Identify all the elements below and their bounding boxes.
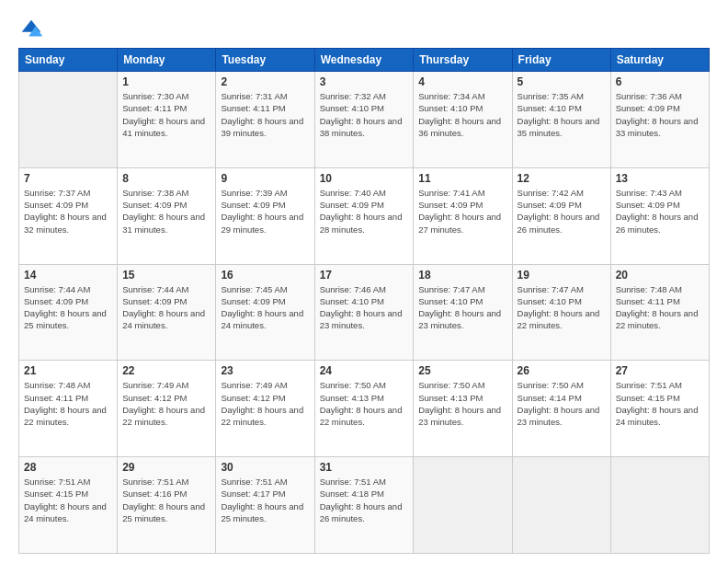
weekday-header-tuesday: Tuesday — [216, 49, 314, 72]
day-number: 27 — [616, 364, 704, 377]
day-number: 12 — [518, 172, 606, 185]
day-cell — [414, 457, 512, 554]
day-info: Sunrise: 7:51 AMSunset: 4:17 PMDaylight:… — [221, 476, 309, 524]
day-number: 29 — [122, 461, 210, 474]
day-info: Sunrise: 7:51 AMSunset: 4:15 PMDaylight:… — [616, 379, 704, 428]
weekday-header-thursday: Thursday — [414, 49, 512, 72]
day-cell: 16Sunrise: 7:45 AMSunset: 4:09 PMDayligh… — [216, 264, 314, 361]
day-cell: 8Sunrise: 7:38 AMSunset: 4:09 PMDaylight… — [118, 167, 216, 264]
logo-icon — [18, 17, 44, 42]
calendar: SundayMondayTuesdayWednesdayThursdayFrid… — [18, 48, 710, 554]
day-info: Sunrise: 7:42 AMSunset: 4:09 PMDaylight:… — [518, 187, 606, 236]
day-cell: 23Sunrise: 7:49 AMSunset: 4:12 PMDayligh… — [216, 361, 314, 457]
day-info: Sunrise: 7:47 AMSunset: 4:10 PMDaylight:… — [518, 283, 606, 332]
weekday-header-wednesday: Wednesday — [314, 49, 414, 72]
day-number: 11 — [418, 172, 506, 185]
week-row-5: 28Sunrise: 7:51 AMSunset: 4:15 PMDayligh… — [19, 457, 710, 554]
day-number: 28 — [24, 461, 112, 474]
day-cell — [19, 72, 118, 168]
day-info: Sunrise: 7:38 AMSunset: 4:09 PMDaylight:… — [122, 187, 210, 236]
day-number: 8 — [122, 172, 210, 185]
logo — [18, 17, 48, 42]
day-number: 24 — [320, 364, 409, 377]
day-info: Sunrise: 7:41 AMSunset: 4:09 PMDaylight:… — [418, 187, 506, 236]
day-cell: 18Sunrise: 7:47 AMSunset: 4:10 PMDayligh… — [414, 264, 512, 361]
day-info: Sunrise: 7:39 AMSunset: 4:09 PMDaylight:… — [221, 187, 309, 236]
day-info: Sunrise: 7:36 AMSunset: 4:09 PMDaylight:… — [616, 90, 704, 139]
weekday-header-row: SundayMondayTuesdayWednesdayThursdayFrid… — [19, 49, 710, 72]
day-cell: 19Sunrise: 7:47 AMSunset: 4:10 PMDayligh… — [512, 264, 610, 361]
day-info: Sunrise: 7:34 AMSunset: 4:10 PMDaylight:… — [418, 90, 506, 139]
day-info: Sunrise: 7:48 AMSunset: 4:11 PMDaylight:… — [616, 283, 704, 332]
week-row-3: 14Sunrise: 7:44 AMSunset: 4:09 PMDayligh… — [19, 264, 710, 361]
day-cell: 4Sunrise: 7:34 AMSunset: 4:10 PMDaylight… — [414, 72, 512, 168]
day-number: 31 — [320, 461, 409, 474]
day-cell: 15Sunrise: 7:44 AMSunset: 4:09 PMDayligh… — [118, 264, 216, 361]
day-number: 22 — [122, 364, 210, 377]
day-info: Sunrise: 7:49 AMSunset: 4:12 PMDaylight:… — [221, 379, 309, 428]
day-info: Sunrise: 7:51 AMSunset: 4:18 PMDaylight:… — [320, 476, 409, 524]
week-row-4: 21Sunrise: 7:48 AMSunset: 4:11 PMDayligh… — [19, 361, 710, 457]
day-cell: 21Sunrise: 7:48 AMSunset: 4:11 PMDayligh… — [19, 361, 118, 457]
day-info: Sunrise: 7:44 AMSunset: 4:09 PMDaylight:… — [122, 283, 210, 332]
day-cell: 31Sunrise: 7:51 AMSunset: 4:18 PMDayligh… — [314, 457, 414, 554]
day-number: 21 — [24, 364, 112, 377]
day-info: Sunrise: 7:50 AMSunset: 4:13 PMDaylight:… — [418, 379, 506, 428]
day-cell: 28Sunrise: 7:51 AMSunset: 4:15 PMDayligh… — [19, 457, 118, 554]
day-cell: 24Sunrise: 7:50 AMSunset: 4:13 PMDayligh… — [314, 361, 414, 457]
day-number: 14 — [24, 269, 112, 282]
weekday-header-friday: Friday — [512, 49, 610, 72]
day-info: Sunrise: 7:35 AMSunset: 4:10 PMDaylight:… — [518, 90, 606, 139]
day-cell: 26Sunrise: 7:50 AMSunset: 4:14 PMDayligh… — [512, 361, 610, 457]
day-cell: 20Sunrise: 7:48 AMSunset: 4:11 PMDayligh… — [610, 264, 709, 361]
day-number: 13 — [616, 172, 704, 185]
day-number: 23 — [221, 364, 309, 377]
day-cell: 3Sunrise: 7:32 AMSunset: 4:10 PMDaylight… — [314, 72, 414, 168]
day-number: 25 — [418, 364, 506, 377]
day-cell: 7Sunrise: 7:37 AMSunset: 4:09 PMDaylight… — [19, 167, 118, 264]
day-info: Sunrise: 7:46 AMSunset: 4:10 PMDaylight:… — [320, 283, 409, 332]
day-info: Sunrise: 7:30 AMSunset: 4:11 PMDaylight:… — [122, 90, 210, 139]
day-cell: 27Sunrise: 7:51 AMSunset: 4:15 PMDayligh… — [610, 361, 709, 457]
day-info: Sunrise: 7:43 AMSunset: 4:09 PMDaylight:… — [616, 187, 704, 236]
day-cell: 2Sunrise: 7:31 AMSunset: 4:11 PMDaylight… — [216, 72, 314, 168]
day-number: 10 — [320, 172, 409, 185]
day-cell: 1Sunrise: 7:30 AMSunset: 4:11 PMDaylight… — [118, 72, 216, 168]
day-number: 18 — [418, 269, 506, 282]
day-cell: 5Sunrise: 7:35 AMSunset: 4:10 PMDaylight… — [512, 72, 610, 168]
day-cell: 30Sunrise: 7:51 AMSunset: 4:17 PMDayligh… — [216, 457, 314, 554]
day-cell: 6Sunrise: 7:36 AMSunset: 4:09 PMDaylight… — [610, 72, 709, 168]
day-info: Sunrise: 7:47 AMSunset: 4:10 PMDaylight:… — [418, 283, 506, 332]
weekday-header-sunday: Sunday — [19, 49, 118, 72]
day-info: Sunrise: 7:40 AMSunset: 4:09 PMDaylight:… — [320, 187, 409, 236]
day-number: 9 — [221, 172, 309, 185]
day-number: 20 — [616, 269, 704, 282]
day-cell: 25Sunrise: 7:50 AMSunset: 4:13 PMDayligh… — [414, 361, 512, 457]
day-number: 30 — [221, 461, 309, 474]
day-info: Sunrise: 7:51 AMSunset: 4:16 PMDaylight:… — [122, 476, 210, 524]
day-cell: 29Sunrise: 7:51 AMSunset: 4:16 PMDayligh… — [118, 457, 216, 554]
day-number: 5 — [518, 75, 606, 88]
day-cell — [512, 457, 610, 554]
page: SundayMondayTuesdayWednesdayThursdayFrid… — [0, 0, 728, 563]
day-info: Sunrise: 7:48 AMSunset: 4:11 PMDaylight:… — [24, 379, 112, 428]
day-cell: 22Sunrise: 7:49 AMSunset: 4:12 PMDayligh… — [118, 361, 216, 457]
day-number: 26 — [518, 364, 606, 377]
day-cell: 14Sunrise: 7:44 AMSunset: 4:09 PMDayligh… — [19, 264, 118, 361]
day-number: 4 — [418, 75, 506, 88]
day-cell — [610, 457, 709, 554]
weekday-header-monday: Monday — [118, 49, 216, 72]
day-cell: 13Sunrise: 7:43 AMSunset: 4:09 PMDayligh… — [610, 167, 709, 264]
week-row-2: 7Sunrise: 7:37 AMSunset: 4:09 PMDaylight… — [19, 167, 710, 264]
day-number: 2 — [221, 75, 309, 88]
day-cell: 11Sunrise: 7:41 AMSunset: 4:09 PMDayligh… — [414, 167, 512, 264]
day-number: 16 — [221, 269, 309, 282]
day-info: Sunrise: 7:50 AMSunset: 4:14 PMDaylight:… — [518, 379, 606, 428]
weekday-header-saturday: Saturday — [610, 49, 709, 72]
day-number: 19 — [518, 269, 606, 282]
day-info: Sunrise: 7:32 AMSunset: 4:10 PMDaylight:… — [320, 90, 409, 139]
day-number: 1 — [122, 75, 210, 88]
day-info: Sunrise: 7:31 AMSunset: 4:11 PMDaylight:… — [221, 90, 309, 139]
day-info: Sunrise: 7:37 AMSunset: 4:09 PMDaylight:… — [24, 187, 112, 236]
day-number: 7 — [24, 172, 112, 185]
